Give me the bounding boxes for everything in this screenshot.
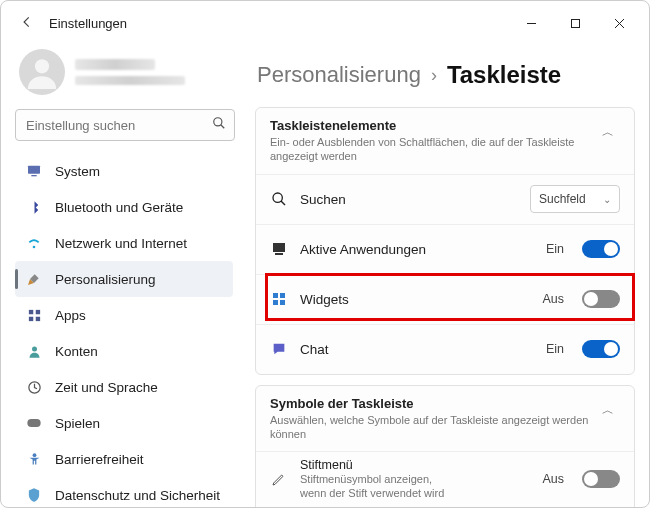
sidebar-item-label: Barrierefreiheit — [55, 452, 144, 467]
window-controls — [509, 8, 641, 38]
window-title: Einstellungen — [49, 16, 127, 31]
chevron-up-icon: ︿ — [596, 396, 620, 419]
maximize-button[interactable] — [553, 8, 597, 38]
personalization-icon — [25, 270, 43, 288]
sidebar-item-label: Netzwerk und Internet — [55, 236, 187, 251]
dropdown-value: Suchfeld — [539, 192, 586, 206]
profile-block[interactable] — [15, 49, 235, 95]
row-task-view: Aktive Anwendungen Ein — [256, 224, 634, 274]
sidebar-item-label: Konten — [55, 344, 98, 359]
network-icon — [25, 234, 43, 252]
sidebar-item-label: Personalisierung — [55, 272, 156, 287]
breadcrumb: Personalisierung › Taskleiste — [257, 61, 635, 89]
back-button[interactable] — [15, 15, 39, 32]
svg-point-10 — [32, 346, 37, 351]
toggle-chat[interactable] — [582, 340, 620, 358]
svg-point-2 — [35, 59, 49, 73]
chevron-right-icon: › — [431, 65, 437, 86]
row-chat: Chat Ein — [256, 324, 634, 374]
sidebar-item-spielen[interactable]: Spielen — [15, 405, 233, 441]
page-title: Taskleiste — [447, 61, 561, 89]
svg-rect-17 — [273, 293, 278, 298]
sidebar-item-label: Zeit und Sprache — [55, 380, 158, 395]
sidebar-item-label: Datenschutz und Sicherheit — [55, 488, 220, 503]
toggle-widgets[interactable] — [582, 290, 620, 308]
svg-rect-4 — [28, 166, 40, 174]
svg-rect-8 — [28, 316, 32, 320]
sidebar-item-netzwerk-und-internet[interactable]: Netzwerk und Internet — [15, 225, 233, 261]
nav: SystemBluetooth und GeräteNetzwerk und I… — [15, 153, 235, 507]
row-label: Widgets — [300, 292, 530, 307]
row-widgets: Widgets Aus — [256, 274, 634, 324]
svg-rect-20 — [280, 300, 285, 305]
bluetooth-icon — [25, 198, 43, 216]
panel-header-corner-icons[interactable]: Symbole der Taskleiste Auswählen, welche… — [256, 386, 634, 452]
breadcrumb-parent[interactable]: Personalisierung — [257, 62, 421, 88]
sidebar-item-system[interactable]: System — [15, 153, 233, 189]
svg-rect-16 — [275, 253, 283, 255]
panel-taskbar-items: Taskleistenelemente Ein- oder Ausblenden… — [255, 107, 635, 375]
sidebar-item-zeit-und-sprache[interactable]: Zeit und Sprache — [15, 369, 233, 405]
sidebar-item-label: Bluetooth und Geräte — [55, 200, 183, 215]
chevron-up-icon: ︿ — [596, 118, 620, 141]
close-button[interactable] — [597, 8, 641, 38]
settings-window: Einstellungen — [0, 0, 650, 508]
search-icon — [212, 116, 226, 134]
row-label: Suchen — [300, 192, 518, 207]
sidebar-item-label: Spielen — [55, 416, 100, 431]
time-language-icon — [25, 378, 43, 396]
toggle-state-label: Ein — [546, 342, 564, 356]
sidebar-item-label: System — [55, 164, 100, 179]
row-label: Aktive Anwendungen — [300, 242, 534, 257]
svg-rect-9 — [35, 316, 39, 320]
sidebar-item-barrierefreiheit[interactable]: Barrierefreiheit — [15, 441, 233, 477]
system-icon — [25, 162, 43, 180]
svg-point-3 — [214, 118, 222, 126]
sidebar-item-apps[interactable]: Apps — [15, 297, 233, 333]
row-title: Stiftmenü — [300, 458, 530, 472]
profile-text — [75, 59, 185, 85]
widgets-icon — [270, 290, 288, 308]
chevron-down-icon: ⌄ — [603, 194, 611, 205]
panel-title: Taskleistenelemente — [270, 118, 596, 133]
privacy-icon — [25, 486, 43, 504]
sidebar-item-datenschutz-und-sicherheit[interactable]: Datenschutz und Sicherheit — [15, 477, 233, 507]
sidebar-item-personalisierung[interactable]: Personalisierung — [15, 261, 233, 297]
panel-header-taskbar-items[interactable]: Taskleistenelemente Ein- oder Ausblenden… — [256, 108, 634, 174]
toggle-pen-menu[interactable] — [582, 470, 620, 488]
svg-rect-1 — [571, 19, 579, 27]
svg-rect-7 — [35, 309, 39, 313]
toggle-state-label: Ein — [546, 242, 564, 256]
svg-rect-15 — [273, 243, 285, 252]
svg-rect-18 — [280, 293, 285, 298]
main-pane: Personalisierung › Taskleiste Taskleiste… — [245, 45, 649, 507]
panel-title: Symbole der Taskleiste — [270, 396, 596, 411]
pen-menu-icon — [270, 470, 288, 488]
svg-point-14 — [273, 193, 282, 202]
search-icon — [270, 190, 288, 208]
toggle-state-label: Aus — [542, 472, 564, 486]
search-dropdown[interactable]: Suchfeld ⌄ — [530, 185, 620, 213]
sidebar: SystemBluetooth und GeräteNetzwerk und I… — [1, 45, 245, 507]
sidebar-item-bluetooth-und-ger-te[interactable]: Bluetooth und Geräte — [15, 189, 233, 225]
toggle-task-view[interactable] — [582, 240, 620, 258]
sidebar-item-konten[interactable]: Konten — [15, 333, 233, 369]
svg-rect-5 — [31, 175, 36, 176]
panel-corner-icons: Symbole der Taskleiste Auswählen, welche… — [255, 385, 635, 507]
gaming-icon — [25, 414, 43, 432]
panel-desc: Ein- oder Ausblenden von Schaltflächen, … — [270, 135, 596, 164]
row-label: Chat — [300, 342, 534, 357]
toggle-state-label: Aus — [542, 292, 564, 306]
svg-rect-19 — [273, 300, 278, 305]
svg-rect-12 — [27, 419, 40, 427]
search-box[interactable] — [15, 109, 235, 141]
titlebar: Einstellungen — [1, 1, 649, 45]
search-input[interactable] — [24, 117, 212, 134]
panel-desc: Auswählen, welche Symbole auf der Taskle… — [270, 413, 596, 442]
apps-icon — [25, 306, 43, 324]
row-pen-menu: Stiftmenü Stiftmenüsymbol anzeigen, wenn… — [256, 451, 634, 507]
minimize-button[interactable] — [509, 8, 553, 38]
task-view-icon — [270, 240, 288, 258]
sidebar-item-label: Apps — [55, 308, 86, 323]
svg-point-13 — [32, 453, 36, 457]
